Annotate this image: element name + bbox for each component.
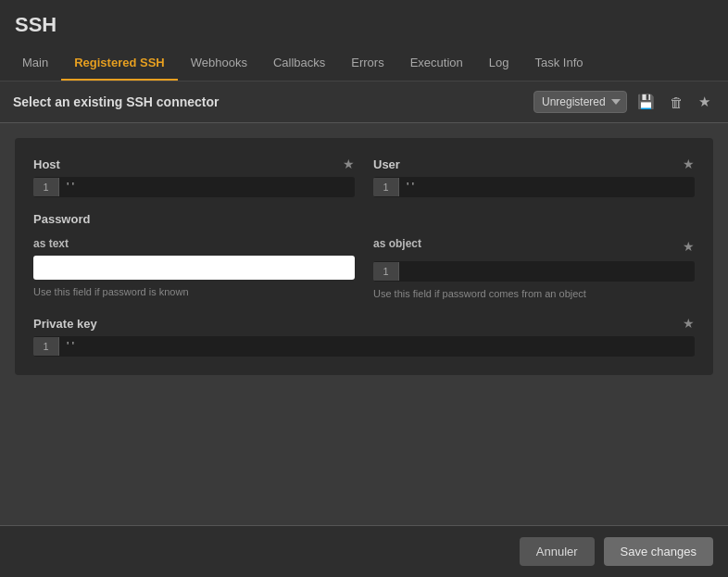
- user-field-group: User ★ 1: [373, 157, 695, 197]
- user-star[interactable]: ★: [683, 157, 695, 171]
- host-label: Host: [33, 157, 60, 171]
- tab-registered-ssh[interactable]: Registered SSH: [61, 46, 178, 81]
- user-input-row: 1: [373, 177, 695, 197]
- as-object-input[interactable]: [399, 261, 695, 282]
- password-section: Password as text Use this field if passw…: [33, 212, 695, 301]
- as-object-badge: 1: [373, 262, 399, 281]
- private-key-input-row: 1: [33, 336, 695, 357]
- star-icon-btn[interactable]: ★: [694, 92, 715, 112]
- connector-dropdown[interactable]: Unregistered Registered: [533, 91, 627, 113]
- tab-task-info[interactable]: Task Info: [521, 46, 596, 81]
- tab-execution[interactable]: Execution: [397, 46, 476, 81]
- page-title: SSH: [0, 0, 728, 46]
- private-key-field-group: Private key ★ 1: [33, 316, 695, 357]
- as-object-label: as object: [373, 237, 421, 250]
- private-key-badge: 1: [33, 337, 59, 356]
- tab-log[interactable]: Log: [476, 46, 522, 81]
- host-input-row: 1: [33, 177, 355, 197]
- main-content: Host ★ 1 User ★ 1: [0, 123, 728, 390]
- footer-bar: Annuler Save changes: [0, 525, 728, 577]
- password-inner: as text Use this field if password is kn…: [33, 237, 695, 301]
- host-star[interactable]: ★: [343, 157, 355, 171]
- user-input[interactable]: [399, 177, 695, 197]
- host-badge: 1: [33, 178, 59, 196]
- user-badge: 1: [373, 178, 399, 196]
- save-button[interactable]: Save changes: [604, 537, 713, 566]
- cancel-button[interactable]: Annuler: [520, 537, 595, 566]
- as-object-input-row: 1: [373, 261, 695, 282]
- toolbar: Select an existing SSH connector Unregis…: [0, 82, 728, 123]
- as-object-star[interactable]: ★: [683, 239, 695, 254]
- as-object-group: as object ★ 1 Use this field if password…: [373, 237, 695, 301]
- tab-callbacks[interactable]: Callbacks: [260, 46, 338, 81]
- toolbar-actions: Unregistered Registered 💾 🗑 ★: [533, 91, 715, 113]
- host-input[interactable]: [59, 177, 355, 197]
- tab-errors[interactable]: Errors: [338, 46, 396, 81]
- as-text-hint: Use this field if password is known: [33, 285, 355, 299]
- toolbar-title: Select an existing SSH connector: [13, 94, 220, 109]
- private-key-star[interactable]: ★: [683, 316, 695, 331]
- private-key-label: Private key: [33, 317, 97, 331]
- as-object-hint: Use this field if password comes from an…: [373, 287, 695, 301]
- as-text-group: as text Use this field if password is kn…: [33, 237, 355, 301]
- host-field-group: Host ★ 1: [33, 157, 355, 197]
- tabs-bar: Main Registered SSH Webhooks Callbacks E…: [0, 46, 728, 82]
- as-text-input[interactable]: [33, 256, 355, 280]
- private-key-input[interactable]: [59, 336, 695, 357]
- save-icon-btn[interactable]: 💾: [633, 92, 659, 112]
- tab-main[interactable]: Main: [9, 46, 61, 81]
- user-label: User: [373, 157, 400, 171]
- delete-icon-btn[interactable]: 🗑: [665, 93, 688, 112]
- password-label: Password: [33, 212, 695, 226]
- form-panel: Host ★ 1 User ★ 1: [15, 138, 713, 375]
- tab-webhooks[interactable]: Webhooks: [178, 46, 260, 81]
- as-text-label: as text: [33, 237, 355, 250]
